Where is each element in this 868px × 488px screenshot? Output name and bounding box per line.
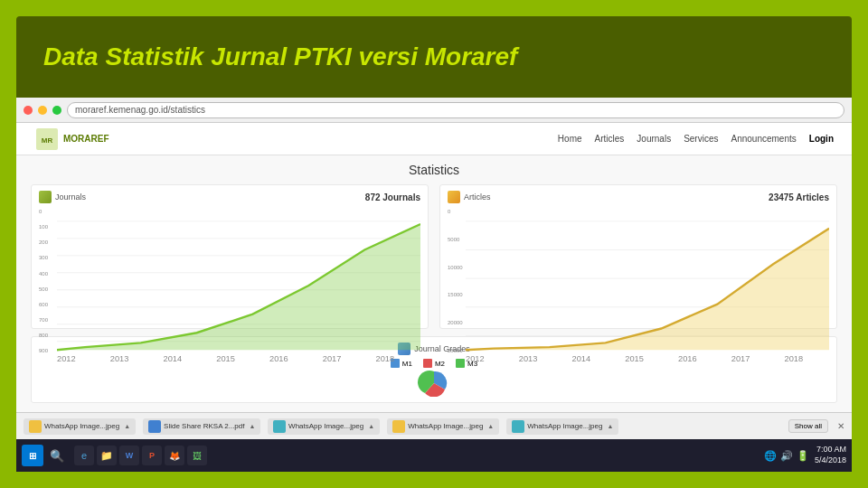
svg-text:2018: 2018: [376, 354, 395, 363]
url-text: moraref.kemenag.go.id/statistics: [75, 105, 205, 115]
taskbar-app-ppt[interactable]: P: [142, 446, 162, 465]
download-name-5: WhatsApp Image...jpeg: [527, 422, 602, 430]
svg-text:2017: 2017: [323, 354, 342, 363]
download-caret-4[interactable]: ▲: [487, 423, 494, 429]
download-icon-5: [512, 420, 524, 433]
svg-text:2013: 2013: [519, 354, 538, 363]
url-bar[interactable]: moraref.kemenag.go.id/statistics: [67, 102, 844, 118]
moraref-logo-icon: MR: [34, 127, 60, 152]
articles-y-axis: 25000 20000 15000 10000 5000 0: [448, 207, 466, 364]
start-button[interactable]: ⊞: [22, 445, 43, 466]
journals-count: 872 Journals: [365, 192, 420, 202]
taskbar: ⊞ 🔍 e 📁 W P 🦊 🖼 🌐: [16, 439, 852, 472]
legend-m2: M2: [423, 359, 445, 368]
download-caret-5[interactable]: ▲: [607, 423, 613, 429]
download-name-3: WhatsApp Image...jpeg: [288, 422, 363, 430]
svg-text:2015: 2015: [625, 354, 644, 363]
pie-container: [416, 370, 452, 397]
moraref-logo: MR MORAREF: [34, 127, 109, 152]
logo-text: MORAREF: [63, 134, 109, 144]
download-item-3[interactable]: WhatsApp Image...jpeg ▲: [268, 418, 380, 435]
site-navbar: MR MORAREF Home Articles Journals Servic…: [16, 123, 852, 155]
articles-count: 23475 Articles: [769, 192, 829, 202]
svg-text:2013: 2013: [110, 354, 129, 363]
journals-chart-inner: 900 800 700 600 500 400 300 200 100 0: [39, 207, 420, 364]
downloads-close-button[interactable]: ✕: [837, 421, 844, 431]
articles-icon: [448, 191, 460, 203]
svg-text:2017: 2017: [731, 354, 750, 363]
svg-text:2014: 2014: [164, 354, 183, 363]
nav-articles[interactable]: Articles: [595, 134, 625, 144]
m2-dot: [423, 359, 432, 368]
nav-services[interactable]: Services: [684, 134, 718, 144]
articles-label: Articles: [448, 191, 491, 203]
main-container: Data Statistik Jurnal PTKI versi Moraref…: [16, 16, 852, 472]
journals-y-axis: 900 800 700 600 500 400 300 200 100 0: [39, 207, 57, 364]
download-name-2: Slide Share RKSA 2...pdf: [164, 422, 244, 430]
journals-svg: 2012 2013 2014 2015 2016 2017 2018: [57, 207, 420, 364]
taskbar-right: 🌐 🔊 🔋 7:00 AM 5/4/2018: [764, 445, 846, 465]
articles-chart-inner: 25000 20000 15000 10000 5000 0: [448, 207, 829, 364]
clock: 7:00 AM 5/4/2018: [815, 445, 846, 465]
articles-chart-svg-area: 2012 2013 2014 2015 2016 2017 2018: [466, 207, 829, 364]
browser-topbar: moraref.kemenag.go.id/statistics: [16, 98, 852, 123]
taskbar-apps: e 📁 W P 🦊 🖼: [74, 446, 207, 465]
m3-dot: [456, 359, 465, 368]
svg-text:2015: 2015: [216, 354, 235, 363]
nav-announcements[interactable]: Announcements: [731, 134, 797, 144]
clock-time: 7:00 AM: [815, 445, 846, 455]
show-all-button[interactable]: Show all: [788, 419, 828, 433]
header-banner: Data Statistik Jurnal PTKI versi Moraref: [16, 16, 852, 98]
download-icon-1: [29, 420, 42, 433]
svg-text:2016: 2016: [678, 354, 697, 363]
journals-chart-block: Journals 872 Journals 900 800 700 600 50…: [31, 184, 429, 329]
download-item-4[interactable]: WhatsApp Image...jpeg ▲: [387, 418, 499, 435]
download-icon-4: [392, 420, 405, 433]
download-caret-2[interactable]: ▲: [249, 423, 255, 429]
taskbar-app-word[interactable]: W: [119, 446, 139, 465]
download-name-4: WhatsApp Image...jpeg: [408, 422, 483, 430]
taskbar-app-edge[interactable]: e: [74, 446, 94, 465]
m2-label: M2: [435, 360, 445, 368]
system-tray-icons: 🌐 🔊 🔋: [764, 450, 809, 462]
taskbar-search-icon[interactable]: 🔍: [47, 446, 67, 465]
charts-row: Journals 872 Journals 900 800 700 600 50…: [31, 184, 837, 329]
page-content: Statistics Journals 872 Journals 900: [16, 155, 852, 412]
nav-journals[interactable]: Journals: [637, 134, 671, 144]
maximize-btn[interactable]: [52, 106, 61, 115]
network-icon: 🌐: [764, 450, 777, 462]
svg-text:2012: 2012: [57, 354, 76, 363]
minimize-btn[interactable]: [38, 106, 47, 115]
grades-label: Journal Grades: [414, 344, 470, 353]
nav-login[interactable]: Login: [809, 134, 834, 144]
download-item-2[interactable]: Slide Share RKSA 2...pdf ▲: [143, 418, 260, 435]
close-btn[interactable]: [24, 106, 33, 115]
download-caret-3[interactable]: ▲: [368, 423, 374, 429]
downloads-bar: WhatsApp Image...jpeg ▲ Slide Share RKSA…: [16, 412, 852, 439]
download-caret-1[interactable]: ▲: [124, 423, 130, 429]
journals-icon: [39, 191, 52, 203]
download-icon-2: [148, 420, 161, 433]
pie-chart: [416, 370, 452, 397]
page-title: Data Statistik Jurnal PTKI versi Moraref: [43, 42, 517, 71]
articles-chart-header: Articles 23475 Articles: [448, 191, 829, 203]
nav-home[interactable]: Home: [558, 134, 582, 144]
taskbar-app-firefox[interactable]: 🦊: [165, 446, 184, 465]
svg-text:2014: 2014: [572, 354, 591, 363]
articles-chart-block: Articles 23475 Articles 25000 20000 1500…: [439, 184, 837, 329]
journals-label-text: Journals: [55, 192, 86, 202]
articles-label-text: Articles: [464, 192, 491, 202]
svg-text:2016: 2016: [269, 354, 288, 363]
taskbar-app-photos[interactable]: 🖼: [187, 446, 207, 465]
taskbar-app-explorer[interactable]: 📁: [97, 446, 117, 465]
download-name-1: WhatsApp Image...jpeg: [44, 422, 119, 430]
journals-label: Journals: [39, 191, 86, 203]
statistics-title: Statistics: [31, 163, 837, 177]
clock-date: 5/4/2018: [815, 455, 846, 466]
battery-icon: 🔋: [797, 450, 809, 462]
download-item-1[interactable]: WhatsApp Image...jpeg ▲: [24, 418, 136, 435]
download-icon-3: [273, 420, 286, 433]
svg-text:2012: 2012: [466, 354, 485, 363]
svg-text:2018: 2018: [785, 354, 804, 363]
download-item-5[interactable]: WhatsApp Image...jpeg ▲: [506, 418, 618, 435]
